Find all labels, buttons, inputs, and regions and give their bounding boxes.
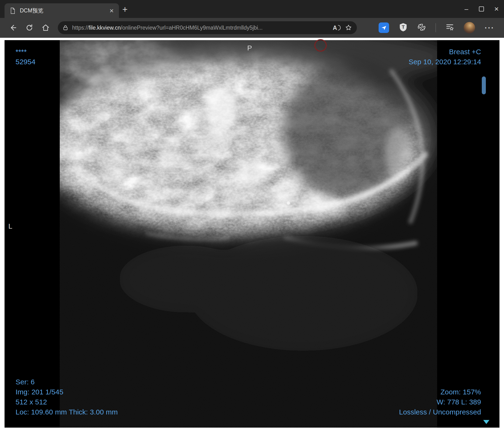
url-text: https://file.kkview.cn/onlinePreview?url… — [72, 25, 328, 31]
lock-icon[interactable] — [63, 25, 68, 31]
image-number: Img: 201 1/545 — [16, 387, 118, 397]
display-info-overlay: Zoom: 157% W: 778 L: 389 Lossless / Unco… — [399, 387, 481, 417]
slice-location: Loc: 109.60 mm Thick: 3.00 mm — [16, 407, 118, 417]
annotation-circle — [314, 39, 327, 52]
maximize-button[interactable] — [474, 0, 489, 18]
browser-tab[interactable]: DCM预览 × — [5, 3, 119, 18]
favorite-star-button[interactable] — [345, 24, 352, 31]
window-level: W: 778 L: 389 — [399, 397, 481, 407]
home-icon — [42, 24, 50, 32]
orientation-marker-left: L — [8, 222, 12, 230]
patient-name: **** — [16, 47, 35, 57]
profile-avatar[interactable] — [464, 22, 475, 34]
zoom-level: Zoom: 157% — [399, 387, 481, 397]
close-button[interactable]: × — [489, 0, 504, 18]
study-description: Breast +C — [408, 47, 481, 57]
url-scheme: https:// — [72, 25, 89, 31]
back-button[interactable] — [7, 22, 19, 34]
read-aloud-button[interactable]: A — [333, 24, 341, 31]
arrow-left-icon — [9, 24, 17, 32]
maximize-icon — [479, 7, 484, 11]
dicom-viewer[interactable]: **** 52954 P L Breast +C Sep 10, 2020 12… — [5, 40, 499, 428]
scroll-down-arrow-icon[interactable] — [483, 420, 489, 424]
patient-id: 52954 — [16, 57, 35, 67]
study-info-overlay: Breast +C Sep 10, 2020 12:29:14 — [408, 47, 481, 67]
url-path: /onlinePreview?url=aHR0cHM6Ly9maWxlLmtrd… — [121, 25, 262, 31]
image-matrix: 512 x 512 — [16, 397, 118, 407]
favorites-hub-icon[interactable] — [445, 23, 454, 33]
study-datetime: Sep 10, 2020 12:29:14 — [408, 57, 481, 67]
sound-arc-icon — [338, 25, 341, 30]
browser-toolbar: https://file.kkview.cn/onlinePreview?url… — [0, 18, 504, 38]
series-number: Ser: 6 — [16, 377, 118, 387]
refresh-button[interactable] — [23, 22, 35, 34]
translate-extension-icon[interactable] — [378, 22, 389, 33]
patient-info-overlay: **** 52954 — [16, 47, 35, 67]
mri-scan-image — [5, 40, 499, 428]
new-tab-button[interactable]: + — [122, 5, 127, 14]
star-icon — [345, 24, 352, 31]
extensions-puzzle-icon[interactable] — [417, 23, 426, 33]
series-scrollbar-thumb[interactable] — [482, 76, 486, 94]
browser-titlebar: DCM预览 × + – × — [0, 0, 504, 18]
page-document-icon — [10, 7, 16, 14]
address-bar[interactable]: https://file.kkview.cn/onlinePreview?url… — [58, 21, 357, 34]
compression-info: Lossless / Uncompressed — [399, 407, 481, 417]
series-info-overlay: Ser: 6 Img: 201 1/545 512 x 512 Loc: 109… — [16, 377, 118, 417]
page-background: **** 52954 P L Breast +C Sep 10, 2020 12… — [0, 38, 504, 430]
url-host: file.kkview.cn — [89, 25, 121, 31]
shield-extension-icon[interactable]: T — [399, 22, 408, 33]
home-button[interactable] — [40, 22, 52, 34]
tab-close-button[interactable]: × — [107, 6, 117, 15]
settings-menu-button[interactable]: ··· — [485, 24, 495, 32]
window-controls: – × — [459, 0, 504, 18]
refresh-icon — [25, 24, 33, 32]
orientation-marker-posterior: P — [247, 44, 252, 52]
toolbar-divider — [435, 23, 436, 32]
minimize-button[interactable]: – — [459, 0, 474, 18]
tab-title: DCM预览 — [20, 7, 107, 14]
read-aloud-icon: A — [333, 24, 337, 31]
svg-text:T: T — [402, 24, 405, 30]
toolbar-right-cluster: T ··· — [378, 22, 495, 34]
